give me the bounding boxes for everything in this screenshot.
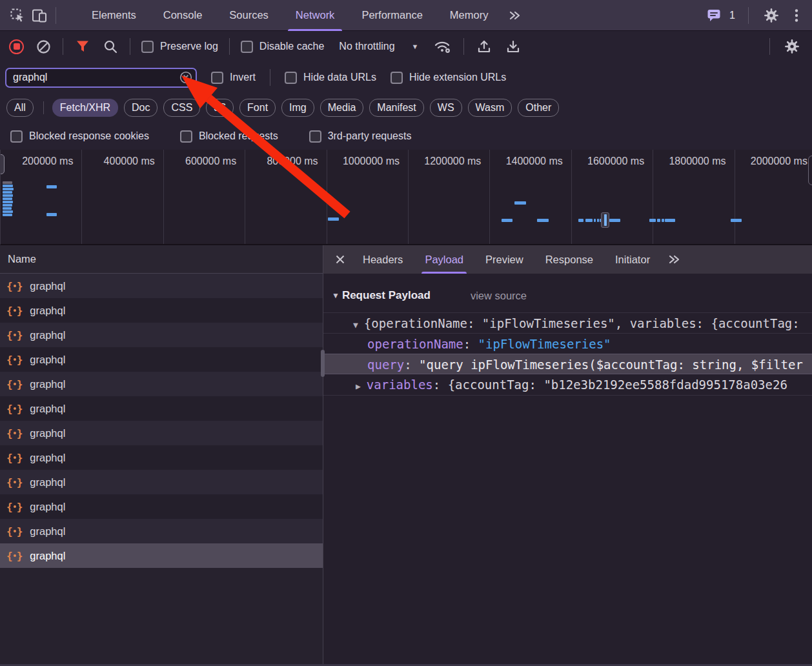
detail-tab[interactable]: Preview bbox=[474, 246, 534, 274]
type-chip[interactable]: Font bbox=[239, 99, 276, 117]
more-options-button[interactable] bbox=[789, 5, 804, 26]
payload-operationname-row[interactable]: operationName: "ipFlowTimeseries" bbox=[323, 333, 812, 354]
kebab-menu-icon bbox=[795, 8, 798, 23]
device-toolbar-icon bbox=[31, 8, 48, 23]
detail-tab[interactable]: Payload bbox=[414, 246, 474, 274]
hide-data-urls-toggle[interactable]: Hide data URLs bbox=[285, 72, 376, 84]
network-overview-timeline[interactable]: 200000 ms400000 ms600000 ms800000 ms1000… bbox=[0, 150, 812, 245]
type-chip[interactable]: Media bbox=[320, 99, 364, 117]
search-network-button[interactable] bbox=[102, 35, 119, 57]
type-chip[interactable]: CSS bbox=[163, 99, 200, 117]
payload-variables-row[interactable]: ▶variables: {accountTag: "b12e3b2192ee55… bbox=[323, 374, 812, 395]
clear-filter-button[interactable] bbox=[179, 71, 192, 84]
request-name: graphql bbox=[30, 329, 65, 341]
device-toolbar-button[interactable] bbox=[28, 5, 50, 26]
waterfall-bar bbox=[3, 191, 12, 194]
request-name: graphql bbox=[30, 427, 65, 439]
filter-toggle-button[interactable] bbox=[74, 35, 91, 57]
console-messages-button[interactable] bbox=[705, 5, 723, 26]
fetch-xhr-icon: {} bbox=[6, 550, 23, 562]
invert-filter-toggle[interactable]: Invert bbox=[211, 72, 256, 84]
request-row[interactable]: {} graphql bbox=[0, 519, 323, 543]
timeline-right-handle[interactable] bbox=[808, 156, 812, 185]
request-name: graphql bbox=[30, 403, 65, 415]
request-row[interactable]: {} graphql bbox=[0, 347, 323, 372]
list-scrollbar-thumb[interactable] bbox=[321, 350, 325, 377]
toolbar-divider-5 bbox=[769, 38, 770, 55]
section-title: Request Payload bbox=[342, 289, 431, 302]
detail-tab[interactable]: Response bbox=[534, 246, 604, 274]
record-network-log-button[interactable] bbox=[9, 39, 24, 54]
hide-data-urls-checkbox bbox=[285, 72, 297, 84]
timeline-left-handle[interactable] bbox=[0, 154, 5, 174]
hide-extension-urls-toggle[interactable]: Hide extension URLs bbox=[391, 72, 506, 84]
payload-query-row[interactable]: query: "query ipFlowTimeseries($accountT… bbox=[323, 354, 812, 374]
import-har-button[interactable] bbox=[475, 35, 493, 57]
extra-filter-toggle[interactable]: Blocked requests bbox=[180, 130, 278, 143]
timeline-tick-label: 200000 ms bbox=[1, 150, 82, 244]
main-tab[interactable]: Memory bbox=[436, 0, 502, 31]
type-chip[interactable]: JS bbox=[206, 99, 234, 117]
funnel-icon bbox=[76, 40, 90, 53]
disable-cache-checkbox bbox=[241, 41, 253, 53]
request-row[interactable]: {} graphql bbox=[0, 274, 323, 298]
detail-tab[interactable]: Initiator bbox=[604, 246, 661, 274]
type-chip[interactable]: All bbox=[6, 99, 34, 117]
waterfall-bar bbox=[665, 219, 675, 222]
settings-button[interactable] bbox=[760, 5, 782, 26]
more-detail-tabs-icon[interactable] bbox=[661, 253, 687, 266]
waterfall-bar bbox=[514, 201, 526, 205]
main-tab[interactable]: Network bbox=[282, 0, 349, 31]
main-tab[interactable]: Sources bbox=[216, 0, 282, 31]
clear-icon bbox=[36, 39, 51, 54]
request-row[interactable]: {} graphql bbox=[0, 421, 323, 445]
type-chip[interactable]: Img bbox=[281, 99, 314, 117]
type-chip[interactable]: Manifest bbox=[369, 99, 423, 117]
network-conditions-button[interactable] bbox=[433, 35, 452, 57]
request-row[interactable]: {} graphql bbox=[0, 543, 323, 568]
timeline-tick-label: 1400000 ms bbox=[490, 150, 571, 244]
view-source-link[interactable]: view source bbox=[471, 290, 527, 302]
waterfall-bar bbox=[537, 219, 549, 222]
type-chip[interactable]: Doc bbox=[124, 99, 157, 117]
fetch-xhr-icon: {} bbox=[6, 280, 23, 292]
clear-network-log-button[interactable] bbox=[35, 35, 52, 57]
inspect-icon bbox=[10, 8, 25, 23]
request-row[interactable]: {} graphql bbox=[0, 470, 323, 494]
request-row[interactable]: {} graphql bbox=[0, 445, 323, 470]
export-har-button[interactable] bbox=[504, 35, 522, 57]
request-row[interactable]: {} graphql bbox=[0, 323, 323, 347]
inspect-element-button[interactable] bbox=[6, 5, 28, 26]
detail-tab[interactable]: Headers bbox=[352, 246, 414, 274]
more-tabs-icon[interactable] bbox=[502, 9, 527, 22]
waterfall-bar bbox=[649, 219, 656, 222]
type-chip[interactable]: Fetch/XHR bbox=[52, 99, 118, 117]
main-tab[interactable]: Elements bbox=[78, 0, 150, 31]
request-row[interactable]: {} graphql bbox=[0, 372, 323, 396]
request-row[interactable]: {} graphql bbox=[0, 396, 323, 421]
main-tab[interactable]: Performance bbox=[348, 0, 436, 31]
extra-filter-toggle[interactable]: Blocked response cookies bbox=[10, 130, 149, 143]
main-tab[interactable]: Console bbox=[150, 0, 216, 31]
request-row[interactable]: {} graphql bbox=[0, 298, 323, 323]
extra-filter-toggle[interactable]: 3rd-party requests bbox=[309, 130, 412, 143]
type-chip[interactable]: Wasm bbox=[468, 99, 513, 117]
name-column-header[interactable]: Name bbox=[0, 245, 323, 274]
main-tabs: ElementsConsoleSourcesNetworkPerformance… bbox=[78, 0, 502, 31]
payload-root-row[interactable]: ▼{operationName: "ipFlowTimeseries", var… bbox=[323, 312, 812, 333]
search-icon bbox=[103, 39, 117, 54]
preserve-log-toggle[interactable]: Preserve log bbox=[141, 41, 218, 53]
request-row[interactable]: {} graphql bbox=[0, 494, 323, 519]
filter-input[interactable] bbox=[5, 68, 197, 88]
waterfall-bar bbox=[585, 219, 593, 222]
disable-cache-toggle[interactable]: Disable cache bbox=[241, 41, 325, 53]
request-name: graphql bbox=[30, 280, 65, 292]
type-chip[interactable]: Other bbox=[518, 99, 559, 117]
network-settings-button[interactable] bbox=[781, 35, 803, 57]
selected-request-marker bbox=[601, 212, 609, 228]
type-chip[interactable]: WS bbox=[430, 99, 462, 117]
throttling-value: No throttling bbox=[339, 41, 394, 52]
request-payload-section-header[interactable]: ▼ Request Payload view source bbox=[323, 284, 812, 307]
throttling-dropdown[interactable]: No throttling ▼ bbox=[335, 41, 422, 52]
close-detail-button[interactable] bbox=[329, 248, 352, 271]
